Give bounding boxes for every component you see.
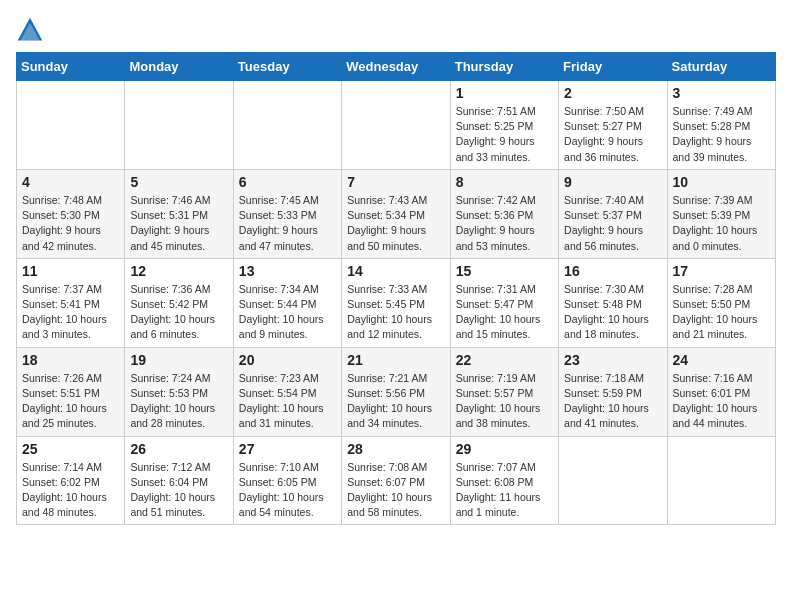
calendar-cell — [233, 81, 341, 170]
calendar-cell: 29Sunrise: 7:07 AM Sunset: 6:08 PM Dayli… — [450, 436, 558, 525]
calendar-cell: 24Sunrise: 7:16 AM Sunset: 6:01 PM Dayli… — [667, 347, 775, 436]
day-number: 20 — [239, 352, 336, 368]
day-info: Sunrise: 7:18 AM Sunset: 5:59 PM Dayligh… — [564, 371, 661, 432]
day-number: 13 — [239, 263, 336, 279]
calendar-cell: 7Sunrise: 7:43 AM Sunset: 5:34 PM Daylig… — [342, 169, 450, 258]
calendar-cell: 3Sunrise: 7:49 AM Sunset: 5:28 PM Daylig… — [667, 81, 775, 170]
day-number: 26 — [130, 441, 227, 457]
day-number: 7 — [347, 174, 444, 190]
calendar-cell: 12Sunrise: 7:36 AM Sunset: 5:42 PM Dayli… — [125, 258, 233, 347]
day-info: Sunrise: 7:19 AM Sunset: 5:57 PM Dayligh… — [456, 371, 553, 432]
day-info: Sunrise: 7:36 AM Sunset: 5:42 PM Dayligh… — [130, 282, 227, 343]
day-info: Sunrise: 7:21 AM Sunset: 5:56 PM Dayligh… — [347, 371, 444, 432]
calendar-cell: 13Sunrise: 7:34 AM Sunset: 5:44 PM Dayli… — [233, 258, 341, 347]
day-info: Sunrise: 7:33 AM Sunset: 5:45 PM Dayligh… — [347, 282, 444, 343]
day-info: Sunrise: 7:46 AM Sunset: 5:31 PM Dayligh… — [130, 193, 227, 254]
day-number: 9 — [564, 174, 661, 190]
day-info: Sunrise: 7:16 AM Sunset: 6:01 PM Dayligh… — [673, 371, 770, 432]
calendar-cell: 5Sunrise: 7:46 AM Sunset: 5:31 PM Daylig… — [125, 169, 233, 258]
day-number: 27 — [239, 441, 336, 457]
weekday-header-sunday: Sunday — [17, 53, 125, 81]
calendar-cell: 28Sunrise: 7:08 AM Sunset: 6:07 PM Dayli… — [342, 436, 450, 525]
day-info: Sunrise: 7:10 AM Sunset: 6:05 PM Dayligh… — [239, 460, 336, 521]
calendar-cell: 16Sunrise: 7:30 AM Sunset: 5:48 PM Dayli… — [559, 258, 667, 347]
weekday-header-wednesday: Wednesday — [342, 53, 450, 81]
day-info: Sunrise: 7:37 AM Sunset: 5:41 PM Dayligh… — [22, 282, 119, 343]
day-info: Sunrise: 7:30 AM Sunset: 5:48 PM Dayligh… — [564, 282, 661, 343]
weekday-header-friday: Friday — [559, 53, 667, 81]
weekday-header-thursday: Thursday — [450, 53, 558, 81]
calendar-week-row: 4Sunrise: 7:48 AM Sunset: 5:30 PM Daylig… — [17, 169, 776, 258]
calendar-cell: 26Sunrise: 7:12 AM Sunset: 6:04 PM Dayli… — [125, 436, 233, 525]
calendar-cell: 23Sunrise: 7:18 AM Sunset: 5:59 PM Dayli… — [559, 347, 667, 436]
calendar-cell: 18Sunrise: 7:26 AM Sunset: 5:51 PM Dayli… — [17, 347, 125, 436]
calendar-cell — [342, 81, 450, 170]
calendar-cell — [667, 436, 775, 525]
day-number: 6 — [239, 174, 336, 190]
calendar-cell: 1Sunrise: 7:51 AM Sunset: 5:25 PM Daylig… — [450, 81, 558, 170]
calendar-cell: 25Sunrise: 7:14 AM Sunset: 6:02 PM Dayli… — [17, 436, 125, 525]
day-number: 29 — [456, 441, 553, 457]
day-info: Sunrise: 7:49 AM Sunset: 5:28 PM Dayligh… — [673, 104, 770, 165]
day-number: 8 — [456, 174, 553, 190]
day-number: 28 — [347, 441, 444, 457]
day-number: 12 — [130, 263, 227, 279]
day-number: 17 — [673, 263, 770, 279]
day-info: Sunrise: 7:23 AM Sunset: 5:54 PM Dayligh… — [239, 371, 336, 432]
calendar-table: SundayMondayTuesdayWednesdayThursdayFrid… — [16, 52, 776, 525]
day-number: 11 — [22, 263, 119, 279]
day-info: Sunrise: 7:26 AM Sunset: 5:51 PM Dayligh… — [22, 371, 119, 432]
calendar-cell: 17Sunrise: 7:28 AM Sunset: 5:50 PM Dayli… — [667, 258, 775, 347]
day-info: Sunrise: 7:39 AM Sunset: 5:39 PM Dayligh… — [673, 193, 770, 254]
calendar-week-row: 1Sunrise: 7:51 AM Sunset: 5:25 PM Daylig… — [17, 81, 776, 170]
calendar-cell: 11Sunrise: 7:37 AM Sunset: 5:41 PM Dayli… — [17, 258, 125, 347]
calendar-cell: 9Sunrise: 7:40 AM Sunset: 5:37 PM Daylig… — [559, 169, 667, 258]
day-info: Sunrise: 7:48 AM Sunset: 5:30 PM Dayligh… — [22, 193, 119, 254]
day-number: 24 — [673, 352, 770, 368]
calendar-cell: 22Sunrise: 7:19 AM Sunset: 5:57 PM Dayli… — [450, 347, 558, 436]
weekday-header-saturday: Saturday — [667, 53, 775, 81]
calendar-cell: 14Sunrise: 7:33 AM Sunset: 5:45 PM Dayli… — [342, 258, 450, 347]
day-info: Sunrise: 7:14 AM Sunset: 6:02 PM Dayligh… — [22, 460, 119, 521]
day-info: Sunrise: 7:43 AM Sunset: 5:34 PM Dayligh… — [347, 193, 444, 254]
day-info: Sunrise: 7:34 AM Sunset: 5:44 PM Dayligh… — [239, 282, 336, 343]
day-info: Sunrise: 7:45 AM Sunset: 5:33 PM Dayligh… — [239, 193, 336, 254]
logo-icon — [16, 16, 44, 44]
day-number: 1 — [456, 85, 553, 101]
day-number: 14 — [347, 263, 444, 279]
calendar-cell — [559, 436, 667, 525]
day-number: 25 — [22, 441, 119, 457]
day-info: Sunrise: 7:42 AM Sunset: 5:36 PM Dayligh… — [456, 193, 553, 254]
day-info: Sunrise: 7:50 AM Sunset: 5:27 PM Dayligh… — [564, 104, 661, 165]
weekday-header-row: SundayMondayTuesdayWednesdayThursdayFrid… — [17, 53, 776, 81]
page-header — [16, 16, 776, 44]
day-number: 15 — [456, 263, 553, 279]
day-number: 4 — [22, 174, 119, 190]
calendar-cell: 4Sunrise: 7:48 AM Sunset: 5:30 PM Daylig… — [17, 169, 125, 258]
day-number: 23 — [564, 352, 661, 368]
calendar-cell — [17, 81, 125, 170]
weekday-header-tuesday: Tuesday — [233, 53, 341, 81]
calendar-cell: 8Sunrise: 7:42 AM Sunset: 5:36 PM Daylig… — [450, 169, 558, 258]
calendar-cell: 2Sunrise: 7:50 AM Sunset: 5:27 PM Daylig… — [559, 81, 667, 170]
calendar-cell: 21Sunrise: 7:21 AM Sunset: 5:56 PM Dayli… — [342, 347, 450, 436]
calendar-cell: 15Sunrise: 7:31 AM Sunset: 5:47 PM Dayli… — [450, 258, 558, 347]
day-number: 21 — [347, 352, 444, 368]
calendar-cell: 10Sunrise: 7:39 AM Sunset: 5:39 PM Dayli… — [667, 169, 775, 258]
day-number: 22 — [456, 352, 553, 368]
day-number: 2 — [564, 85, 661, 101]
calendar-week-row: 11Sunrise: 7:37 AM Sunset: 5:41 PM Dayli… — [17, 258, 776, 347]
calendar-cell: 19Sunrise: 7:24 AM Sunset: 5:53 PM Dayli… — [125, 347, 233, 436]
calendar-week-row: 25Sunrise: 7:14 AM Sunset: 6:02 PM Dayli… — [17, 436, 776, 525]
calendar-week-row: 18Sunrise: 7:26 AM Sunset: 5:51 PM Dayli… — [17, 347, 776, 436]
logo — [16, 16, 48, 44]
calendar-cell — [125, 81, 233, 170]
calendar-cell: 20Sunrise: 7:23 AM Sunset: 5:54 PM Dayli… — [233, 347, 341, 436]
day-info: Sunrise: 7:08 AM Sunset: 6:07 PM Dayligh… — [347, 460, 444, 521]
calendar-cell: 6Sunrise: 7:45 AM Sunset: 5:33 PM Daylig… — [233, 169, 341, 258]
day-number: 5 — [130, 174, 227, 190]
day-number: 10 — [673, 174, 770, 190]
weekday-header-monday: Monday — [125, 53, 233, 81]
day-info: Sunrise: 7:24 AM Sunset: 5:53 PM Dayligh… — [130, 371, 227, 432]
day-number: 3 — [673, 85, 770, 101]
